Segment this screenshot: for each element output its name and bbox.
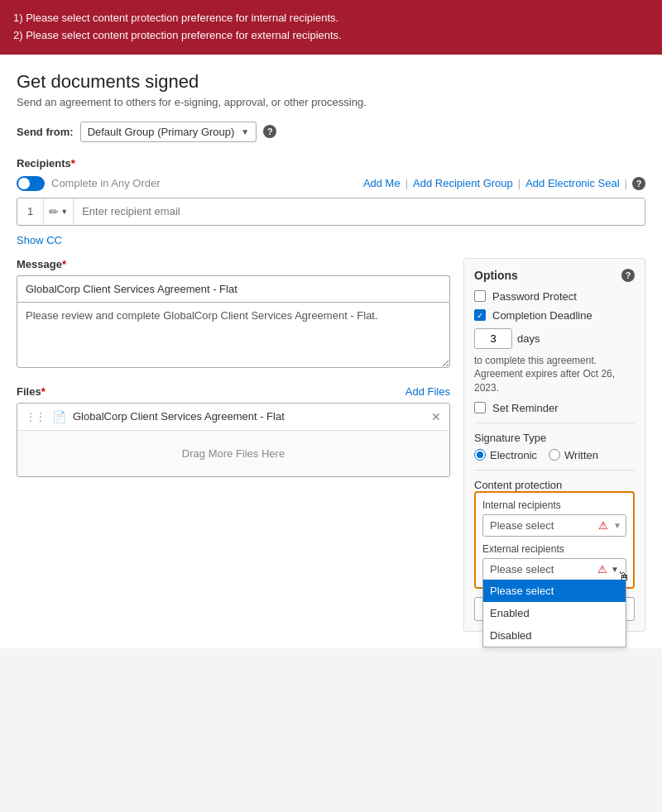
written-radio-btn[interactable] (549, 449, 560, 461)
send-from-select[interactable]: Default Group (Primary Group) ▼ (80, 122, 257, 142)
written-label: Written (564, 449, 598, 461)
external-dropdown[interactable]: Please select ⚠ ▼ 🖱 Please select Enable… (482, 558, 626, 580)
external-dropdown-list: Please select Enabled Disabled (482, 580, 626, 647)
recipient-row: 1 ✏ ▼ (17, 198, 645, 226)
divider2 (474, 470, 635, 470)
complete-in-order-toggle[interactable] (17, 176, 45, 191)
options-panel: Options ? Password Protect Completion De… (463, 258, 645, 632)
files-label: Files* (17, 385, 46, 398)
completion-deadline-label: Completion Deadline (492, 309, 592, 322)
written-radio-option[interactable]: Written (549, 449, 598, 461)
internal-recipients-section: Internal recipients Please select Enable… (482, 499, 626, 537)
internal-select-wrapper: Please select Enabled Disabled ⚠ ▼ (482, 514, 626, 537)
sep2: | (518, 177, 520, 189)
drag-handle-icon: ⋮⋮ (26, 411, 46, 423)
file-name: GlobalCorp Client Services Agreement - F… (73, 410, 431, 423)
set-reminder-checkbox[interactable] (474, 402, 486, 413)
add-recipient-group-link[interactable]: Add Recipient Group (413, 177, 513, 189)
completion-deadline-checkbox[interactable] (474, 309, 486, 321)
message-body-input[interactable] (17, 302, 450, 368)
days-input[interactable] (474, 328, 512, 349)
error-line2: 2) Please select content protection pref… (13, 27, 649, 45)
complete-any-order-label: Complete in Any Order (51, 177, 161, 189)
drag-more-area[interactable]: Drag More Files Here (17, 431, 449, 476)
internal-warn-icon: ⚠ (598, 519, 608, 532)
signer-icon: ✏ (49, 205, 59, 218)
file-remove-icon[interactable]: ✕ (431, 410, 441, 423)
external-dropdown-trigger[interactable]: Please select ⚠ ▼ 🖱 (483, 559, 626, 580)
dropdown-item-please-select[interactable]: Please select (483, 580, 626, 602)
days-label: days (517, 332, 540, 345)
expire-note: to complete this agreement. Agreement ex… (474, 354, 635, 395)
send-from-label: Send from: (17, 126, 74, 138)
recipients-help-icon[interactable]: ? (632, 177, 645, 190)
error-line1: 1) Please select content protection pref… (13, 10, 649, 27)
external-recipients-label: External recipients (482, 543, 626, 555)
set-reminder-label: Set Reminder (492, 402, 558, 414)
file-doc-icon: 📄 (52, 410, 66, 423)
password-protect-checkbox[interactable] (474, 290, 486, 302)
message-section: Message* (17, 258, 450, 370)
page-title: Get documents signed (17, 71, 645, 93)
content-protection-section: Content protection Internal recipients P… (474, 479, 635, 589)
add-electronic-seal-link[interactable]: Add Electronic Seal (525, 177, 619, 189)
chevron-down-icon: ▼ (60, 208, 68, 216)
send-from-help-icon[interactable]: ? (263, 125, 276, 138)
message-title-input[interactable] (17, 275, 450, 302)
signature-type-section: Signature Type Electronic Written (474, 432, 635, 461)
options-title: Options (474, 269, 518, 282)
content-protection-label: Content protection (474, 479, 562, 491)
external-warn-icon: ⚠ (597, 563, 607, 576)
external-select-wrapper: Please select ⚠ ▼ 🖱 Please select Enable… (482, 558, 626, 580)
error-banner: 1) Please select content protection pref… (0, 0, 662, 55)
files-box: ⋮⋮ 📄 GlobalCorp Client Services Agreemen… (17, 403, 450, 477)
electronic-radio-option[interactable]: Electronic (474, 449, 537, 461)
recipient-icon-area[interactable]: ✏ ▼ (44, 198, 74, 225)
divider1 (474, 423, 635, 423)
page-subtitle: Send an agreement to others for e-signin… (17, 96, 645, 108)
send-from-value: Default Group (Primary Group) (88, 126, 235, 138)
add-me-link[interactable]: Add Me (363, 177, 401, 189)
external-dropdown-value: Please select (490, 563, 597, 576)
recipient-email-input[interactable] (74, 198, 645, 224)
recipients-label: Recipients* (17, 157, 75, 170)
password-protect-label: Password Protect (492, 290, 577, 303)
internal-recipients-label: Internal recipients (482, 499, 626, 511)
show-cc-link[interactable]: Show CC (17, 234, 645, 246)
files-section: Files* Add Files ⋮⋮ 📄 GlobalCorp Client … (17, 385, 450, 477)
send-from-arrow-icon: ▼ (241, 127, 249, 136)
file-item: ⋮⋮ 📄 GlobalCorp Client Services Agreemen… (17, 404, 449, 431)
message-label: Message* (17, 258, 66, 270)
dropdown-item-enabled[interactable]: Enabled (483, 602, 626, 624)
options-help-icon[interactable]: ? (621, 269, 635, 282)
set-reminder-row: Set Reminder (474, 402, 635, 414)
dropdown-item-disabled[interactable]: Disabled (483, 624, 626, 647)
sep3: | (625, 177, 627, 189)
password-protect-row: Password Protect (474, 290, 635, 303)
external-recipients-section: External recipients Please select ⚠ ▼ 🖱 (482, 543, 626, 580)
signature-type-label: Signature Type (474, 432, 546, 444)
sep1: | (405, 177, 408, 189)
add-files-link[interactable]: Add Files (405, 385, 450, 398)
recipient-number: 1 (17, 198, 44, 224)
electronic-label: Electronic (490, 449, 537, 461)
content-protection-box: Internal recipients Please select Enable… (474, 491, 635, 589)
completion-deadline-row: Completion Deadline (474, 309, 635, 322)
electronic-radio-btn[interactable] (474, 449, 486, 461)
